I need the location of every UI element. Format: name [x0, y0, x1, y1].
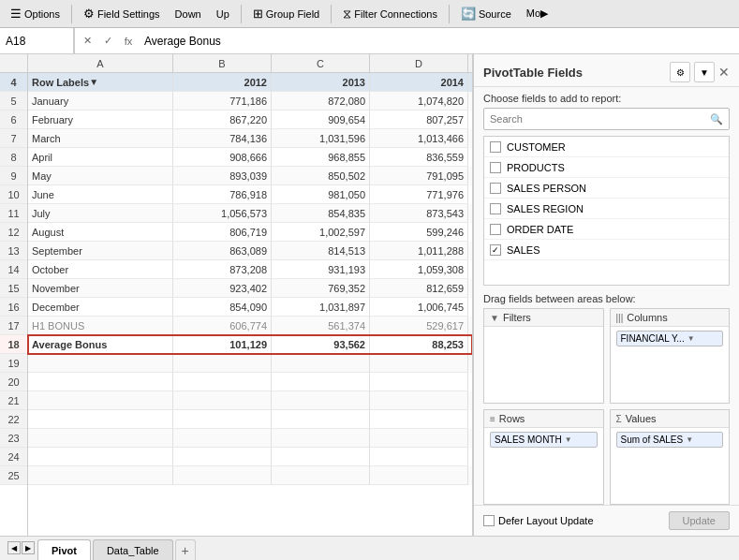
down-button[interactable]: Down — [169, 3, 208, 25]
grid-row-10[interactable]: June 786,918 981,050 771,976 — [28, 185, 472, 204]
formula-input[interactable] — [140, 35, 739, 48]
grid-row-6[interactable]: February 867,220 909,654 807,257 — [28, 111, 472, 129]
pivot-settings-button[interactable]: ⚙ — [670, 62, 690, 82]
cell-16-d: 1,006,745 — [370, 298, 468, 317]
cell-15-b: 923,402 — [173, 279, 272, 298]
update-button[interactable]: Update — [669, 511, 730, 530]
grid-row-16[interactable]: December 854,090 1,031,897 1,006,745 — [28, 298, 472, 317]
cell-11-c: 854,835 — [272, 204, 370, 223]
cell-12-b: 806,719 — [173, 223, 272, 242]
grid-row-23 — [28, 429, 472, 448]
pivot-field-checkbox-2[interactable] — [490, 183, 501, 194]
col-header-b[interactable]: B — [173, 54, 272, 72]
row-num-11: 11 — [0, 204, 27, 223]
row-num-14: 14 — [0, 260, 27, 279]
pivot-area-values: Σ Values Sum of SALES ▼ — [610, 409, 731, 505]
filter-connections-button[interactable]: ⧖ Filter Connections — [336, 3, 444, 25]
grid-row-15[interactable]: November 923,402 769,352 812,659 — [28, 279, 472, 298]
filters-body[interactable] — [484, 327, 603, 403]
cell-8-d: 836,559 — [370, 148, 468, 167]
pivot-field-sales-region[interactable]: SALES REGION — [484, 199, 729, 219]
pivot-search-box[interactable]: 🔍 — [483, 108, 730, 130]
pivot-dropdown-button[interactable]: ▼ — [694, 62, 715, 82]
pivot-field-checkbox-5[interactable]: ✓ — [490, 244, 501, 256]
cell-5-d: 1,074,820 — [370, 92, 468, 111]
defer-checkbox[interactable]: Defer Layout Update — [483, 515, 594, 526]
confirm-formula-icon[interactable]: ✓ — [99, 33, 116, 50]
grid-row-9[interactable]: May 893,039 850,502 791,095 — [28, 167, 472, 185]
pivot-search-input[interactable] — [490, 113, 710, 125]
values-body: Sum of SALES ▼ — [611, 428, 730, 504]
cell-12-c: 1,002,597 — [272, 223, 370, 242]
row-num-15: 15 — [0, 279, 27, 298]
spreadsheet-body: 45678910111213141516171819202122232425 R… — [0, 73, 472, 536]
columns-tag-financial[interactable]: FINANCIAL Y... ▼ — [616, 331, 724, 346]
move-button[interactable]: Mo▶ — [520, 3, 554, 25]
divider-2 — [241, 5, 242, 23]
cell-24-b — [173, 448, 272, 466]
col-header-d[interactable]: D — [370, 54, 468, 72]
pivot-area-filters: ▼ Filters — [483, 308, 604, 404]
row-num-13: 13 — [0, 242, 27, 260]
cell-7-b: 784,136 — [173, 129, 272, 148]
grid-row-13[interactable]: September 863,089 814,513 1,011,288 — [28, 242, 472, 260]
scroll-right-button[interactable]: ▶ — [22, 541, 35, 554]
col-header-a[interactable]: A — [28, 54, 173, 72]
cancel-formula-icon[interactable]: ✕ — [79, 33, 96, 50]
cell-18-a: Average Bonus — [28, 335, 173, 354]
pivot-field-order-date[interactable]: ORDER DATE — [484, 219, 729, 240]
pivot-field-checkbox-4[interactable] — [490, 224, 501, 235]
source-button[interactable]: 🔄 Source — [454, 3, 518, 25]
pivot-field-checkbox-3[interactable] — [490, 203, 501, 214]
cell-18-b: 101,129 — [173, 335, 272, 354]
columns-tag-label: FINANCIAL Y... — [621, 333, 685, 344]
row-num-18: 18 — [0, 335, 27, 354]
group-field-icon: ⊞ — [253, 7, 263, 21]
tab-pivot[interactable]: Pivot — [37, 539, 91, 560]
rows-tag-arrow: ▼ — [565, 435, 572, 444]
add-sheet-button[interactable]: + — [175, 539, 196, 560]
filters-icon: ▼ — [490, 313, 499, 323]
columns-body: FINANCIAL Y... ▼ — [611, 327, 730, 403]
cell-12-d: 599,246 — [370, 223, 468, 242]
tab-data-table[interactable]: Data_Table — [93, 539, 173, 560]
defer-check-box[interactable] — [483, 515, 495, 526]
grid-row-12[interactable]: August 806,719 1,002,597 599,246 — [28, 223, 472, 242]
grid-row-18[interactable]: Average Bonus 101,129 93,562 88,253 — [28, 335, 472, 354]
field-settings-button[interactable]: ⚙ Field Settings — [77, 3, 167, 25]
pivot-field-sales-person[interactable]: SALES PERSON — [484, 178, 729, 199]
pivot-drag-label: Drag fields between areas below: — [474, 286, 739, 308]
scroll-left-button[interactable]: ◀ — [7, 541, 21, 554]
pivot-choose-label: Choose fields to add to report: — [474, 87, 739, 108]
rows-tag-label: SALES MONTH — [495, 435, 562, 445]
row-num-7: 7 — [0, 129, 27, 148]
grid-row-8[interactable]: April 908,666 968,855 836,559 — [28, 148, 472, 167]
cell-14-d: 1,059,308 — [370, 260, 468, 279]
grid-row-14[interactable]: October 873,208 931,193 1,059,308 — [28, 260, 472, 279]
up-button[interactable]: Up — [210, 3, 236, 25]
grid-row-5[interactable]: January 771,186 872,080 1,074,820 — [28, 92, 472, 111]
pivot-field-products[interactable]: PRODUCTS — [484, 157, 729, 178]
grid-row-17[interactable]: H1 BONUS 606,774 561,374 529,617 — [28, 317, 472, 335]
insert-function-icon[interactable]: fx — [120, 33, 137, 50]
columns-icon: ||| — [616, 313, 624, 323]
values-tag-sum-sales[interactable]: Sum of SALES ▼ — [616, 432, 724, 448]
grid-row-7[interactable]: March 784,136 1,031,596 1,013,466 — [28, 129, 472, 148]
group-field-button[interactable]: ⊞ Group Field — [246, 3, 326, 25]
pivot-field-sales[interactable]: ✓ SALES — [484, 240, 729, 260]
rows-tag-sales-month[interactable]: SALES MONTH ▼ — [490, 432, 598, 448]
pivot-field-checkbox-1[interactable] — [490, 162, 501, 173]
divider-3 — [331, 5, 332, 23]
options-button[interactable]: ☰ Options — [4, 3, 67, 25]
name-box[interactable]: A18 — [0, 28, 75, 53]
pivot-areas: ▼ Filters ||| Columns FINANCIAL Y... ▼ — [474, 308, 739, 505]
formula-bar: A18 ✕ ✓ fx — [0, 28, 739, 54]
columns-tag-arrow: ▼ — [687, 334, 695, 343]
col-header-c[interactable]: C — [272, 54, 370, 72]
pivot-field-customer[interactable]: CUSTOMER — [484, 137, 729, 157]
pivot-field-checkbox-0[interactable] — [490, 141, 501, 153]
grid-row-11[interactable]: July 1,056,573 854,835 873,543 — [28, 204, 472, 223]
row-num-24: 24 — [0, 448, 27, 466]
pivot-close-button[interactable]: ✕ — [718, 65, 730, 80]
values-tag-arrow: ▼ — [686, 435, 693, 444]
